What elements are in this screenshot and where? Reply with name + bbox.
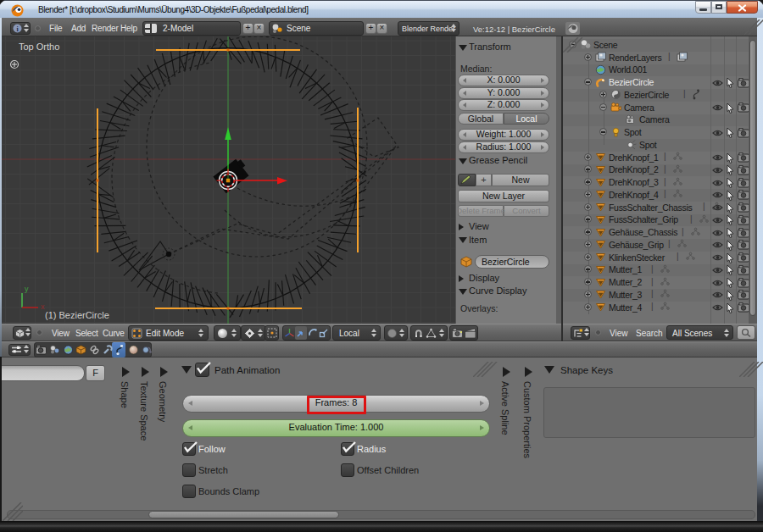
svg-text:y: y (25, 285, 29, 293)
